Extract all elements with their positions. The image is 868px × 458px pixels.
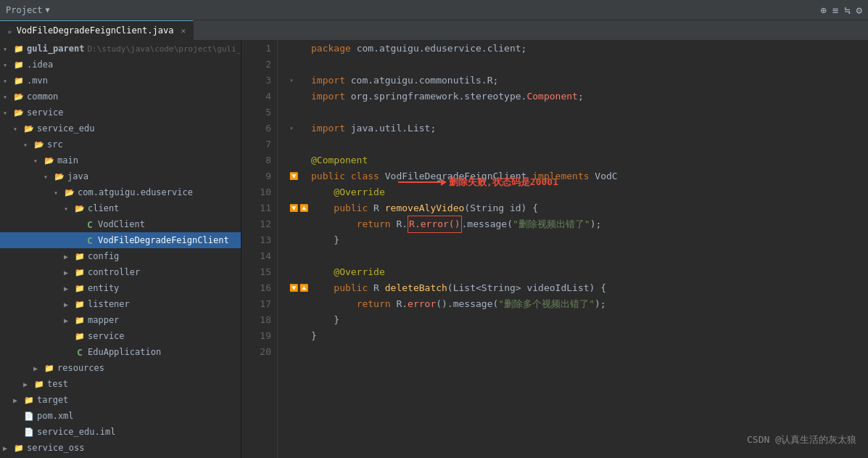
tree-item-6[interactable]: ▾📂main [0, 152, 241, 168]
tree-label-6: main [57, 155, 78, 165]
tab-bar: ☕ VodFileDegradeFeignClient.java ✕ [0, 20, 868, 41]
toolbar-icon-3[interactable]: ≒ [844, 4, 850, 16]
toolbar-icon-2[interactable]: ≡ [832, 4, 838, 16]
code-line-16: 🔽🔼 public R deleteBatch(List<String> vid… [289, 280, 868, 296]
tree-item-21[interactable]: ▶📁target [0, 392, 241, 408]
tree-label-16: mapper [88, 315, 119, 325]
tree-item-20[interactable]: ▶📁test [0, 376, 241, 392]
tree-label-14: entity [88, 283, 119, 293]
tree-arrow-19: ▶ [33, 364, 44, 372]
tree-icon-7: 📂 [54, 171, 65, 182]
up-icon: 🔼 [299, 200, 308, 216]
code-text-6: import java.util.List; [311, 120, 436, 136]
fold-icon: ▾ [289, 73, 294, 89]
line-num-11: 11 [241, 200, 271, 216]
tree-item-10[interactable]: CVodClient [0, 216, 241, 232]
code-text-18: } [311, 312, 339, 328]
impl-icon: 🔽 [289, 200, 298, 216]
tab-vodfiledegradeclient[interactable]: ☕ VodFileDegradeFeignClient.java ✕ [0, 20, 194, 41]
tree-item-4[interactable]: ▾📂service_edu [0, 120, 241, 136]
project-text: Project [6, 5, 43, 15]
toolbar-icon-1[interactable]: ⊕ [820, 4, 826, 16]
tree-arrow-7: ▾ [44, 173, 54, 181]
tree-icon-24: 📁 [13, 442, 25, 454]
sidebar[interactable]: ▾ 📁 guli_parent D:\study\java\code\proje… [0, 41, 241, 458]
code-text-11: public R removeAlyVideo(String id) { [311, 200, 538, 216]
tree-arrow-13: ▶ [64, 269, 74, 277]
code-line-2 [289, 57, 868, 73]
tree-item-5[interactable]: ▾📂src [0, 136, 241, 152]
tree-icon-22: 📄 [23, 410, 35, 422]
code-line-18: } [289, 312, 868, 328]
tree-item-3[interactable]: ▾📂service [0, 105, 241, 120]
tree-item-11[interactable]: CVodFileDegradeFeignClient [0, 232, 241, 248]
tree-icon-6: 📂 [44, 155, 55, 166]
code-line-11: 🔽🔼 public R removeAlyVideo(String id) { [289, 200, 868, 216]
tree-arrow-5: ▾ [23, 141, 33, 149]
tree-label-5: src [47, 139, 63, 150]
code-line-12: return R.R.error().message("删除视频出错了"); [289, 216, 868, 232]
tree-item-7[interactable]: ▾📂java [0, 168, 241, 184]
line-num-18: 18 [241, 312, 271, 328]
tree-icon-17: 📁 [74, 330, 86, 342]
tree-icon-20: 📁 [33, 378, 45, 390]
tab-close-button[interactable]: ✕ [181, 26, 186, 36]
tree-item-8[interactable]: ▾📂com.atguigu.eduservice [0, 184, 241, 200]
line-num-8: 8 [241, 152, 271, 168]
tree-item-2[interactable]: ▾📂common [0, 89, 241, 105]
gutter-6: ▾ [289, 120, 311, 136]
code-line-7 [289, 136, 868, 152]
code-line-4: import org.springframework.stereotype.Co… [289, 89, 868, 105]
toolbar-icon-4[interactable]: ⚙ [856, 4, 862, 16]
tree-item-12[interactable]: ▶📁config [0, 248, 241, 264]
tree-item-16[interactable]: ▶📁mapper [0, 312, 241, 328]
title-bar: Project ▼ ⊕ ≡ ≒ ⚙ [0, 0, 868, 20]
code-text-12: return R.R.error().message("删除视频出错了"); [311, 216, 601, 233]
tree-label-19: resources [57, 363, 104, 373]
line-num-13: 13 [241, 232, 271, 248]
fold-icon: ▾ [289, 120, 294, 136]
tree-item-1[interactable]: ▾📁.mvn [0, 73, 241, 89]
tree-arrow-0: ▾ [3, 61, 13, 69]
tree-label-0: .idea [27, 60, 53, 70]
tree-item-9[interactable]: ▾📂client [0, 200, 241, 216]
tree-label-10: VodClient [98, 219, 145, 229]
tree-icon-14: 📁 [74, 282, 86, 294]
tree-arrow-21: ▶ [13, 396, 23, 404]
tree-item-0[interactable]: ▾📁.idea [0, 57, 241, 73]
code-text-17: return R.error().message("删除多个视频出错了"); [311, 296, 606, 312]
code-text-9: public class VodFileDegradeFeignClient i… [311, 168, 618, 184]
tree-item-13[interactable]: ▶📁controller [0, 264, 241, 280]
tree-label-13: controller [88, 267, 140, 277]
tree-item-18[interactable]: CEduApplication [0, 344, 241, 360]
tree-icon-0: 📁 [13, 59, 25, 70]
tree-item-24[interactable]: ▶📁service_oss [0, 440, 241, 456]
line-num-20: 20 [241, 344, 271, 360]
tree-label-8: com.atguigu.eduservice [78, 187, 193, 197]
tree-arrow-1: ▾ [3, 77, 13, 85]
tree-arrow-9: ▾ [64, 205, 74, 213]
tree-item-14[interactable]: ▶📁entity [0, 280, 241, 296]
gutter-9: 🔽 [289, 168, 311, 184]
tree-item-17[interactable]: 📁service [0, 328, 241, 344]
tree-item-23[interactable]: 📄service_edu.iml [0, 424, 241, 440]
code-editor[interactable]: 1234567891011121314151617181920 package … [241, 41, 868, 458]
project-root[interactable]: ▾ 📁 guli_parent D:\study\java\code\proje… [0, 41, 241, 57]
code-line-17: return R.error().message("删除多个视频出错了"); [289, 296, 868, 312]
project-label[interactable]: Project ▼ [6, 5, 50, 15]
tree-item-15[interactable]: ▶📁listener [0, 296, 241, 312]
code-line-6: ▾import java.util.List; [289, 120, 868, 136]
tree-label-2: common [27, 91, 58, 102]
tree-item-19[interactable]: ▶📁resources [0, 360, 241, 376]
tree-label-18: EduApplication [88, 347, 161, 357]
impl-icon: 🔽 [289, 280, 298, 296]
title-icons: ⊕ ≡ ≒ ⚙ [820, 4, 862, 16]
tree-item-22[interactable]: 📄pom.xml [0, 408, 241, 424]
tree-label-23: service_edu.iml [37, 427, 115, 437]
code-line-8: @Component [289, 152, 868, 168]
root-folder-icon: 📁 [13, 43, 25, 54]
code-line-13: } [289, 232, 868, 248]
code-text-4: import org.springframework.stereotype.Co… [311, 89, 584, 105]
tree-icon-23: 📄 [23, 426, 35, 438]
line-num-6: 6 [241, 120, 271, 136]
